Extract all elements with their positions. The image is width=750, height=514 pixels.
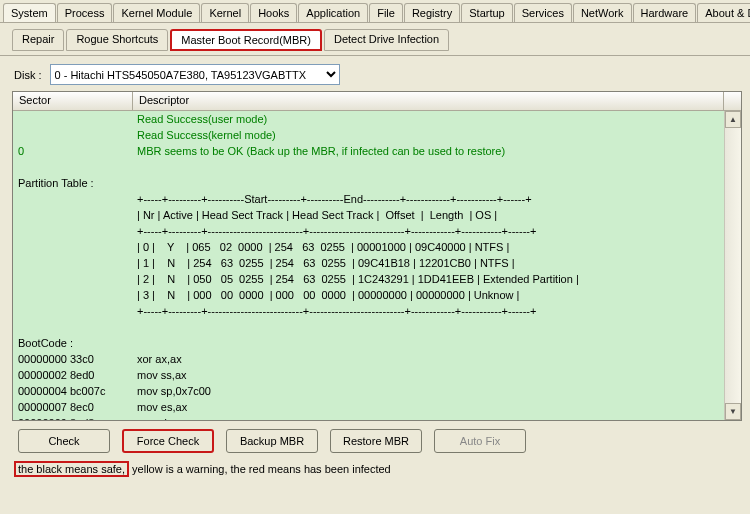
cell-descriptor: mov sp,0x7c00 — [133, 383, 724, 399]
cell-sector: 00000007 8ec0 — [13, 399, 133, 415]
legend-rest: yellow is a warning, the red means has b… — [129, 463, 391, 475]
cell-sector — [13, 159, 133, 175]
cell-descriptor: xor ax,ax — [133, 351, 724, 367]
main-tab-application[interactable]: Application — [298, 3, 368, 22]
main-tab-system[interactable]: System — [3, 3, 56, 22]
restore-mbr-button[interactable]: Restore MBR — [330, 429, 422, 453]
mbr-grid: Sector Descriptor Read Success(user mode… — [12, 91, 742, 421]
table-row[interactable]: +-----+---------+----------Start--------… — [13, 191, 724, 207]
col-scroll-spacer — [724, 92, 741, 110]
main-tab-startup[interactable]: Startup — [461, 3, 512, 22]
cell-sector: 00000004 bc007c — [13, 383, 133, 399]
cell-descriptor: mov ss,ax — [133, 367, 724, 383]
cell-descriptor: +-----+---------+-----------------------… — [133, 223, 724, 239]
cell-sector — [13, 271, 133, 287]
table-row[interactable]: Read Success(kernel mode) — [13, 127, 724, 143]
disk-label: Disk : — [14, 69, 42, 81]
table-row[interactable]: | 0 | Y | 065 02 0000 | 254 63 0255 | 00… — [13, 239, 724, 255]
cell-sector — [13, 127, 133, 143]
cell-sector — [13, 207, 133, 223]
cell-sector: Partition Table : — [13, 175, 133, 191]
scroll-up-icon[interactable]: ▲ — [725, 111, 741, 128]
cell-sector — [13, 191, 133, 207]
cell-sector — [13, 303, 133, 319]
grid-header: Sector Descriptor — [13, 92, 741, 111]
cell-sector — [13, 319, 133, 335]
sub-tab-detect-drive-infection[interactable]: Detect Drive Infection — [324, 29, 449, 51]
table-row[interactable]: 00000009 8ed8mov ds,ax — [13, 415, 724, 420]
table-row[interactable]: | 3 | N | 000 00 0000 | 000 00 0000 | 00… — [13, 287, 724, 303]
table-row[interactable]: | 2 | N | 050 05 0255 | 254 63 0255 | 1C… — [13, 271, 724, 287]
table-row[interactable] — [13, 319, 724, 335]
cell-descriptor: | 2 | N | 050 05 0255 | 254 63 0255 | 1C… — [133, 271, 724, 287]
disk-select[interactable]: 0 - Hitachi HTS545050A7E380, TA95123VGAB… — [50, 64, 340, 85]
main-tab-process[interactable]: Process — [57, 3, 113, 22]
main-tab-file[interactable]: File — [369, 3, 403, 22]
cell-descriptor: | 1 | N | 254 63 0255 | 254 63 0255 | 09… — [133, 255, 724, 271]
cell-sector — [13, 287, 133, 303]
main-tabbar: SystemProcessKernel ModuleKernelHooksApp… — [0, 0, 750, 23]
force-check-button[interactable]: Force Check — [122, 429, 214, 453]
table-row[interactable] — [13, 159, 724, 175]
cell-descriptor — [133, 335, 724, 351]
table-row[interactable]: 0MBR seems to be OK (Back up the MBR, if… — [13, 143, 724, 159]
table-row[interactable]: | 1 | N | 254 63 0255 | 254 63 0255 | 09… — [13, 255, 724, 271]
table-row[interactable]: 00000007 8ec0mov es,ax — [13, 399, 724, 415]
cell-descriptor: | Nr | Active | Head Sect Track | Head S… — [133, 207, 724, 223]
check-button[interactable]: Check — [18, 429, 110, 453]
cell-descriptor: | 3 | N | 000 00 0000 | 000 00 0000 | 00… — [133, 287, 724, 303]
cell-sector: 0 — [13, 143, 133, 159]
main-tab-about-donate[interactable]: About & Donate — [697, 3, 750, 22]
cell-sector — [13, 239, 133, 255]
main-tab-hooks[interactable]: Hooks — [250, 3, 297, 22]
cell-sector: BootCode : — [13, 335, 133, 351]
cell-sector — [13, 223, 133, 239]
cell-descriptor — [133, 159, 724, 175]
table-row[interactable]: Partition Table : — [13, 175, 724, 191]
table-row[interactable]: +-----+---------+-----------------------… — [13, 223, 724, 239]
main-tab-registry[interactable]: Registry — [404, 3, 460, 22]
vertical-scrollbar[interactable]: ▲ ▼ — [724, 111, 741, 420]
sub-tabbar: RepairRogue ShortcutsMaster Boot Record(… — [0, 23, 750, 56]
button-row: Check Force Check Backup MBR Restore MBR… — [0, 427, 750, 457]
cell-descriptor: MBR seems to be OK (Back up the MBR, if … — [133, 143, 724, 159]
legend-safe-box: the black means safe, — [14, 461, 129, 477]
autofix-button: Auto Fix — [434, 429, 526, 453]
table-row[interactable]: 00000004 bc007cmov sp,0x7c00 — [13, 383, 724, 399]
grid-rows: Read Success(user mode)Read Success(kern… — [13, 111, 724, 420]
table-row[interactable]: BootCode : — [13, 335, 724, 351]
table-row[interactable]: +-----+---------+-----------------------… — [13, 303, 724, 319]
main-tab-kernel[interactable]: Kernel — [201, 3, 249, 22]
cell-descriptor — [133, 175, 724, 191]
cell-sector: 00000009 8ed8 — [13, 415, 133, 420]
cell-sector — [13, 111, 133, 127]
cell-descriptor: mov es,ax — [133, 399, 724, 415]
cell-sector: 00000000 33c0 — [13, 351, 133, 367]
sub-tab-rogue-shortcuts[interactable]: Rogue Shortcuts — [66, 29, 168, 51]
cell-sector — [13, 255, 133, 271]
table-row[interactable]: | Nr | Active | Head Sect Track | Head S… — [13, 207, 724, 223]
main-tab-hardware[interactable]: Hardware — [633, 3, 697, 22]
cell-descriptor: +-----+---------+----------Start--------… — [133, 191, 724, 207]
scroll-down-icon[interactable]: ▼ — [725, 403, 741, 420]
cell-descriptor: mov ds,ax — [133, 415, 724, 420]
sub-tab-master-boot-record-mbr-[interactable]: Master Boot Record(MBR) — [170, 29, 322, 51]
backup-mbr-button[interactable]: Backup MBR — [226, 429, 318, 453]
grid-body: Read Success(user mode)Read Success(kern… — [13, 111, 741, 420]
col-sector[interactable]: Sector — [13, 92, 133, 110]
cell-descriptor: Read Success(user mode) — [133, 111, 724, 127]
cell-descriptor: Read Success(kernel mode) — [133, 127, 724, 143]
main-tab-services[interactable]: Services — [514, 3, 572, 22]
table-row[interactable]: 00000000 33c0xor ax,ax — [13, 351, 724, 367]
cell-sector: 00000002 8ed0 — [13, 367, 133, 383]
cell-descriptor: +-----+---------+-----------------------… — [133, 303, 724, 319]
col-descriptor[interactable]: Descriptor — [133, 92, 724, 110]
cell-descriptor: | 0 | Y | 065 02 0000 | 254 63 0255 | 00… — [133, 239, 724, 255]
sub-tab-repair[interactable]: Repair — [12, 29, 64, 51]
table-row[interactable]: 00000002 8ed0mov ss,ax — [13, 367, 724, 383]
table-row[interactable]: Read Success(user mode) — [13, 111, 724, 127]
main-tab-network[interactable]: NetWork — [573, 3, 632, 22]
main-tab-kernel-module[interactable]: Kernel Module — [113, 3, 200, 22]
disk-row: Disk : 0 - Hitachi HTS545050A7E380, TA95… — [0, 56, 750, 91]
legend-text: the black means safe, yellow is a warnin… — [0, 457, 750, 477]
